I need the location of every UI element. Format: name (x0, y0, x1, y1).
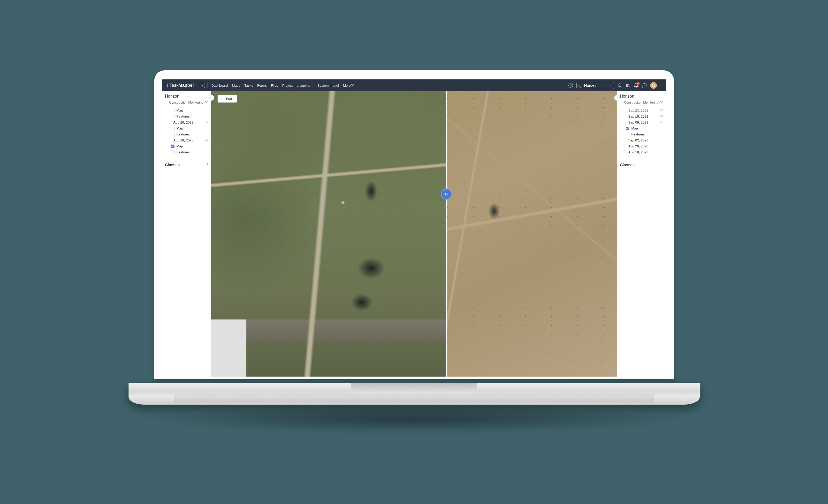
chevron-down-icon[interactable] (661, 115, 663, 118)
chevron-up-icon[interactable] (661, 121, 663, 124)
checkbox[interactable] (171, 151, 174, 154)
svg-point-0 (570, 85, 572, 86)
layer-item[interactable]: Map (617, 125, 666, 131)
layer-item[interactable]: Map (162, 108, 211, 114)
laptop-keyboard (174, 394, 654, 403)
chat-button[interactable] (642, 83, 647, 88)
date-group[interactable]: Aug 18, 2023 (617, 149, 666, 155)
row-label: Features (176, 132, 190, 136)
compare-slider-handle[interactable] (441, 189, 452, 200)
home-button[interactable] (200, 83, 205, 88)
left-sidebar-header: Horizon (162, 91, 211, 100)
classes-menu-button[interactable] (207, 163, 208, 166)
left-panel-subtitle[interactable]: Construction Monitoring - (162, 100, 211, 107)
right-classes-section: Classes (617, 159, 666, 170)
checkbox[interactable] (623, 151, 626, 154)
date-group[interactable]: Sep 02, 2023 (617, 137, 666, 143)
layer-item[interactable]: Features (162, 114, 211, 119)
layer-item[interactable]: Map (162, 143, 211, 149)
date-group[interactable]: Sep 09, 2023 (617, 119, 666, 125)
nav-forms[interactable]: Forms (257, 84, 267, 87)
layer-item[interactable]: Features (617, 131, 666, 137)
right-panel-subtitle[interactable]: Construction Monitoring - (617, 100, 666, 107)
language-toggle[interactable]: EN (625, 84, 630, 87)
main-content: Horizon Construction Monitoring - MapFea… (162, 91, 666, 377)
checkbox[interactable] (168, 138, 171, 142)
row-label: Aug 18, 2023 (173, 138, 194, 142)
nav-project-management[interactable]: Project management (282, 84, 314, 87)
checkbox[interactable] (623, 138, 626, 142)
checkbox[interactable] (626, 133, 629, 136)
row-label: Features (176, 115, 190, 118)
nav-files[interactable]: Files (271, 84, 278, 87)
search-icon (617, 83, 622, 88)
user-avatar[interactable]: M (650, 82, 657, 89)
home-icon (200, 83, 205, 88)
right-layer-tree: Sep 23, 2021Sep 16, 2023Sep 09, 2023MapF… (617, 107, 666, 156)
row-label: Sep 16, 2023 (628, 115, 648, 118)
checkbox[interactable] (171, 109, 174, 112)
checkbox[interactable] (623, 144, 626, 148)
basemap-corner (211, 320, 247, 377)
main-nav: Dashboard Maps Tasks Forms Files Project… (211, 84, 354, 87)
checkbox[interactable] (171, 144, 174, 148)
row-label: Sep 09, 2023 (628, 120, 648, 124)
laptop-shadow (140, 405, 688, 434)
map-left-pane[interactable] (211, 91, 447, 377)
app-logo[interactable]: TaskMapper (166, 83, 194, 88)
gear-icon (568, 83, 573, 88)
nav-more[interactable]: More (343, 84, 354, 87)
back-label: Back (226, 97, 234, 101)
left-layer-tree: MapFeaturesAug 26, 2023MapFeaturesAug 18… (162, 107, 211, 156)
checkbox[interactable] (626, 127, 629, 130)
date-group[interactable]: Sep 23, 2021 (617, 108, 666, 114)
collapse-right-sidebar-button[interactable] (614, 95, 620, 101)
left-panel-title: Horizon (165, 94, 208, 99)
layer-item[interactable]: Map (162, 125, 211, 131)
nav-maps[interactable]: Maps (232, 84, 240, 87)
classes-heading: Classes (620, 163, 635, 167)
aerial-imagery-left (211, 91, 447, 377)
topbar-right: Horizon EN 6 (568, 82, 662, 89)
right-sidebar: Horizon Construction Monitoring - Sep 23… (617, 91, 666, 377)
nav-system-model[interactable]: System model (318, 84, 339, 87)
checkbox[interactable] (623, 109, 626, 112)
laptop-frame: TaskMapper Dashboard Maps Tasks Forms Fi… (128, 70, 700, 434)
chevron-down-icon[interactable] (660, 84, 663, 87)
topbar: TaskMapper Dashboard Maps Tasks Forms Fi… (162, 79, 666, 91)
nav-dashboard[interactable]: Dashboard (211, 84, 228, 87)
chevron-up-icon[interactable] (206, 139, 208, 142)
left-sidebar: Horizon Construction Monitoring - MapFea… (162, 91, 211, 377)
compare-divider (446, 91, 447, 377)
date-group[interactable]: Aug 26, 2023 (162, 119, 211, 125)
project-selector[interactable]: Horizon (576, 82, 614, 89)
layer-item[interactable]: Features (162, 149, 211, 155)
project-selector-value: Horizon (584, 83, 597, 88)
chevron-up-icon[interactable] (206, 121, 208, 124)
checkbox[interactable] (171, 115, 174, 118)
divider (207, 83, 208, 88)
row-label: Features (176, 150, 190, 154)
back-button[interactable]: Back (217, 95, 237, 102)
layer-item[interactable]: Features (162, 131, 211, 137)
date-group[interactable]: Aug 26, 2023 (617, 143, 666, 149)
checkbox[interactable] (623, 115, 626, 118)
date-group[interactable]: Sep 16, 2023 (617, 114, 666, 119)
search-button[interactable] (617, 83, 622, 88)
date-group[interactable]: Aug 18, 2023 (162, 137, 211, 143)
nav-tasks[interactable]: Tasks (244, 84, 253, 87)
row-label: Map (176, 109, 183, 112)
chevron-down-icon (351, 84, 354, 87)
checkbox[interactable] (171, 127, 174, 130)
settings-button[interactable] (568, 83, 573, 88)
checkbox[interactable] (171, 133, 174, 136)
chevron-down-icon[interactable] (661, 109, 663, 112)
checkbox[interactable] (623, 121, 626, 124)
map-compare-view[interactable]: Back (211, 91, 617, 377)
checkbox[interactable] (168, 121, 171, 124)
row-label: Aug 26, 2023 (173, 120, 194, 124)
notifications-button[interactable]: 6 (633, 83, 639, 88)
map-right-pane[interactable] (446, 91, 617, 377)
collapse-left-sidebar-button[interactable] (208, 95, 214, 101)
row-label: Aug 18, 2023 (628, 150, 648, 154)
